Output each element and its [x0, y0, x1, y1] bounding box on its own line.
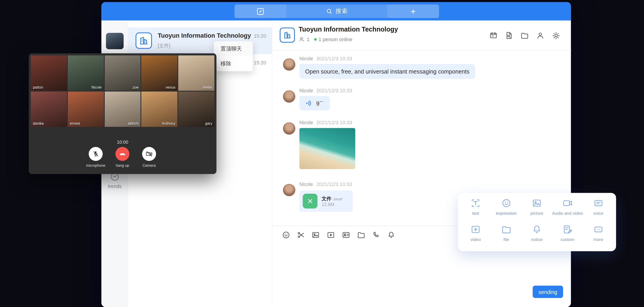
participant-tile[interactable]: zoe	[104, 55, 141, 91]
screenshot-scissors-icon[interactable]	[296, 231, 305, 239]
voice-message-bubble[interactable]: 9``	[299, 96, 330, 110]
file-extension: .excel	[333, 197, 342, 201]
notification-bell-icon[interactable]	[387, 231, 396, 239]
member-icon[interactable]	[536, 31, 545, 40]
chat-meta: 1 1 person online	[299, 36, 352, 42]
sidebar-item-trends[interactable]: trends	[102, 172, 128, 189]
members-icon	[299, 36, 305, 42]
panel-item-video[interactable]: video	[460, 224, 491, 248]
video-play-icon	[470, 224, 481, 235]
chat-area: Tuoyun Information Technology 1 1 person…	[272, 20, 571, 307]
file-name: 文件	[322, 196, 332, 202]
participant-tile[interactable]: Nicole	[68, 55, 104, 91]
expression-icon	[501, 198, 512, 209]
announcement-icon[interactable]	[489, 31, 498, 40]
participant-name: Nicole	[92, 85, 102, 89]
file-search-icon[interactable]	[505, 31, 514, 40]
file-size: 12.8M	[322, 202, 334, 207]
compose-note-button[interactable]	[234, 4, 286, 18]
voice-duration: 9``	[316, 100, 323, 107]
image-icon[interactable]	[311, 231, 320, 239]
menu-item-pin-chat[interactable]: 置顶聊天	[214, 41, 253, 56]
text-icon	[470, 198, 481, 209]
contact-card-icon[interactable]	[342, 231, 350, 239]
trends-label: trends	[102, 183, 128, 189]
microphone-toggle-button[interactable]	[89, 147, 103, 161]
audio-video-icon	[562, 198, 573, 209]
group-building-icon	[136, 32, 152, 49]
notice-bell-icon	[532, 224, 542, 235]
participant-tile[interactable]: patton	[31, 55, 67, 91]
participant-name: venus	[166, 85, 176, 89]
panel-item-notice[interactable]: notice	[522, 224, 552, 248]
message-time: 2021/12/3 10:33	[316, 181, 352, 187]
my-avatar[interactable]	[106, 33, 124, 49]
voice-icon	[593, 198, 604, 209]
send-button[interactable]: sending	[533, 286, 563, 298]
header-divider	[272, 50, 571, 50]
conversation-time: 15:20	[254, 33, 266, 39]
sender-avatar[interactable]	[283, 58, 295, 71]
camera-toggle-button[interactable]	[142, 147, 156, 161]
search-label: 搜索	[336, 7, 348, 15]
search-bar[interactable]: 搜索	[286, 4, 388, 18]
custom-compose-icon	[562, 224, 573, 235]
panel-item-text[interactable]: text	[460, 198, 491, 222]
participant-tile[interactable]: stellar	[178, 55, 214, 91]
message-type-panel: text expression picture Audio and video …	[458, 193, 616, 251]
panel-item-audio-video[interactable]: Audio and video	[552, 198, 583, 222]
image-message-thumbnail[interactable]	[299, 128, 355, 169]
participant-name: aldrich	[128, 121, 138, 126]
topbar-pill: 搜索 +	[234, 4, 439, 18]
message-meta: Nicole 2021/12/3 10:33	[299, 120, 352, 126]
message-time: 2021/12/3 10:33	[316, 56, 352, 61]
hangup-icon	[118, 150, 126, 158]
menu-item-remove[interactable]: 移除	[214, 56, 253, 71]
context-menu: 置顶聊天 移除	[214, 41, 253, 71]
message-time: 2021/12/3 10:33	[316, 120, 352, 126]
hang-up-button[interactable]	[116, 147, 130, 161]
folder-icon[interactable]	[520, 31, 529, 40]
participant-name: zoe	[133, 85, 138, 89]
panel-item-expression[interactable]: expression	[491, 198, 522, 222]
participant-tile[interactable]: venus	[141, 55, 178, 91]
conversation-title: Tuoyun Information Technology	[158, 32, 251, 39]
file-folder-icon	[501, 224, 512, 235]
sender-avatar[interactable]	[283, 184, 295, 196]
call-icon[interactable]	[372, 231, 381, 239]
message-meta: Nicole 2021/12/3 10:33	[299, 181, 352, 187]
emoji-icon[interactable]	[282, 231, 290, 239]
folder-icon[interactable]	[357, 231, 366, 239]
participant-tile[interactable]: danika	[31, 92, 67, 127]
participant-tile[interactable]: aldrich	[104, 92, 141, 127]
sender-name: Nicole	[299, 181, 313, 187]
participant-tile[interactable]: Anthony	[141, 92, 178, 127]
sender-name: Nicole	[299, 56, 313, 61]
chat-group-building-icon	[280, 27, 295, 42]
panel-item-more[interactable]: more	[583, 224, 614, 248]
panel-item-custom[interactable]: custom	[552, 224, 583, 248]
panel-item-picture[interactable]: picture	[522, 198, 552, 222]
panel-item-file[interactable]: file	[491, 224, 522, 248]
panel-item-voice[interactable]: voice	[583, 198, 614, 222]
participant-tile[interactable]: gary	[178, 92, 214, 127]
add-button[interactable]: +	[388, 4, 439, 18]
participant-name: danika	[33, 121, 44, 126]
participant-name: stellar	[202, 85, 212, 89]
message-meta: Nicole 2021/12/3 10:33	[299, 56, 352, 61]
camera-off-icon	[146, 150, 153, 158]
file-message-card[interactable]: 文件.excel 12.8M	[299, 191, 353, 212]
participant-tile[interactable]: ernest	[68, 92, 104, 127]
participant-name: gary	[205, 121, 212, 126]
search-icon	[326, 8, 333, 15]
sender-name: Nicole	[299, 120, 313, 126]
video-icon[interactable]	[326, 231, 335, 239]
picture-icon	[532, 198, 542, 209]
sender-avatar[interactable]	[283, 90, 295, 103]
sender-name: Nicole	[299, 88, 313, 94]
call-timer: 10:00	[29, 140, 216, 145]
conversation-time: 15:20	[254, 60, 266, 65]
sender-avatar[interactable]	[283, 122, 295, 135]
voice-wave-icon	[305, 99, 313, 107]
settings-icon[interactable]	[552, 31, 561, 40]
